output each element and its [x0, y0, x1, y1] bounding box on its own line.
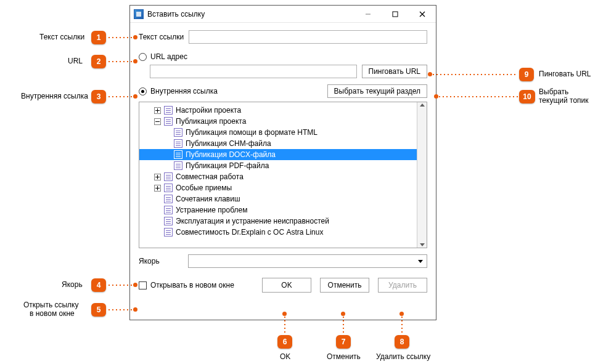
doc-icon — [164, 106, 173, 115]
callout-8-label: Удалить ссылку — [376, 352, 430, 361]
link-text-row: Текст ссылки — [139, 30, 427, 44]
internal-link-radio[interactable] — [139, 87, 147, 95]
url-input-row: Пинговать URL — [150, 65, 427, 78]
callout-10-label-2: текущий топик — [539, 96, 589, 105]
ok-button[interactable]: OK — [262, 278, 311, 293]
tree-item[interactable]: Публикация PDF-файла — [139, 160, 417, 171]
callout-line — [107, 285, 133, 286]
expand-icon[interactable] — [154, 107, 161, 114]
doc-icon — [174, 139, 182, 148]
callout-dot — [341, 312, 345, 316]
select-current-topic-button[interactable]: Выбрать текущий раздел — [327, 84, 427, 98]
anchor-row: Якорь — [139, 254, 427, 268]
callout-1: 1 — [91, 31, 106, 44]
callout-line — [107, 96, 133, 97]
tree-item[interactable]: Совместная работа — [139, 171, 417, 182]
expand-icon[interactable] — [154, 185, 161, 192]
tree-item[interactable]: Устранение проблем — [139, 204, 417, 216]
anchor-label: Якорь — [139, 257, 188, 265]
callout-dot — [399, 312, 404, 316]
dialog-window: Вставить ссылку Текст ссылки URL адрес П… — [129, 5, 436, 320]
expand-icon[interactable] — [154, 174, 161, 180]
topic-tree: Настройки проекта Публикация проекта Пуб… — [139, 102, 427, 248]
tree-item[interactable]: Настройки проекта — [139, 105, 417, 116]
maximize-button[interactable] — [382, 6, 409, 23]
scroll-down-icon[interactable] — [420, 243, 425, 246]
url-radio-row: URL адрес — [139, 52, 427, 61]
doc-icon — [174, 150, 182, 159]
doc-icon — [164, 217, 173, 225]
callout-2-label: URL — [68, 57, 83, 65]
callout-2: 2 — [91, 55, 106, 68]
callout-4-label: Якорь — [62, 280, 83, 289]
scroll-up-icon[interactable] — [420, 103, 425, 107]
window-title: Вставить ссылку — [147, 10, 205, 18]
tree-item[interactable]: Эксплуатация и устранение неисправностей — [139, 216, 417, 227]
callout-line — [284, 315, 285, 334]
callout-4: 4 — [91, 278, 106, 292]
callout-5-label-1: Открыть ссылку — [23, 301, 78, 309]
callout-line — [401, 315, 403, 334]
doc-icon — [174, 128, 182, 137]
callout-5-label-2: в новом окне — [30, 309, 75, 318]
chevron-down-icon — [418, 260, 423, 263]
doc-icon — [164, 195, 173, 203]
url-radio-label: URL адрес — [150, 52, 187, 61]
tree-item[interactable]: Особые приемы — [139, 182, 417, 193]
callout-dot — [133, 283, 137, 287]
callout-6-label: OK — [280, 352, 290, 361]
callout-dot — [133, 307, 137, 312]
callout-7-label: Отменить — [327, 352, 361, 361]
callout-10: 10 — [519, 90, 535, 103]
tree-scrollbar[interactable] — [417, 102, 427, 248]
link-text-input[interactable] — [189, 30, 427, 44]
callout-line — [432, 74, 518, 75]
internal-link-radio-label: Внутренняя ссылка — [150, 87, 218, 95]
close-button[interactable] — [409, 6, 436, 23]
anchor-combo[interactable] — [188, 254, 427, 268]
titlebar: Вставить ссылку — [130, 6, 436, 23]
doc-icon — [174, 161, 182, 170]
url-radio[interactable] — [139, 53, 147, 61]
callout-line — [107, 309, 133, 310]
callout-dot — [133, 59, 137, 63]
bottom-row: Открывать в новом окне OK Отменить Удали… — [139, 278, 427, 293]
callout-6: 6 — [277, 335, 292, 349]
app-icon — [134, 9, 144, 19]
callout-8: 8 — [395, 335, 409, 349]
callout-dot — [428, 72, 432, 76]
callout-9: 9 — [519, 68, 534, 81]
doc-icon — [164, 206, 173, 214]
doc-icon — [164, 228, 173, 237]
cancel-button[interactable]: Отменить — [320, 278, 369, 293]
tree-item[interactable]: Публикация помощи в формате HTML — [139, 127, 417, 138]
callout-5: 5 — [91, 303, 106, 317]
tree-item[interactable]: Публикация CHM-файла — [139, 138, 417, 149]
ping-url-button[interactable]: Пинговать URL — [362, 65, 427, 78]
open-new-window-checkbox[interactable] — [139, 281, 147, 289]
callout-line — [107, 37, 133, 38]
callout-dot — [133, 94, 137, 99]
callout-dot — [434, 94, 438, 99]
tree-item[interactable]: Совместимость Dr.Explain с ОС Astra Linu… — [139, 227, 417, 238]
callout-dot — [133, 35, 137, 39]
callout-3: 3 — [91, 90, 106, 103]
collapse-icon[interactable] — [154, 118, 161, 125]
tree-item-selected[interactable]: Публикация DOCX-файла — [139, 149, 417, 160]
tree-item[interactable]: Сочетания клавиш — [139, 193, 417, 204]
callout-line — [343, 315, 344, 334]
internal-link-row: Внутренняя ссылка Выбрать текущий раздел — [139, 84, 427, 98]
callout-10-label-1: Выбрать — [539, 87, 568, 96]
callout-7: 7 — [336, 335, 351, 349]
dialog-body: Текст ссылки URL адрес Пинговать URL Вну… — [130, 23, 436, 320]
delete-button[interactable]: Удалить — [378, 278, 427, 293]
doc-icon — [164, 172, 173, 181]
callout-line — [107, 61, 133, 62]
doc-icon — [164, 184, 173, 192]
minimize-button[interactable] — [354, 6, 382, 23]
callout-3-label: Внутренняя ссылка — [21, 92, 88, 100]
link-text-label: Текст ссылки — [139, 33, 189, 41]
url-input[interactable] — [150, 65, 357, 78]
open-new-window-label: Открывать в новом окне — [150, 281, 234, 289]
tree-item[interactable]: Публикация проекта — [139, 116, 417, 127]
